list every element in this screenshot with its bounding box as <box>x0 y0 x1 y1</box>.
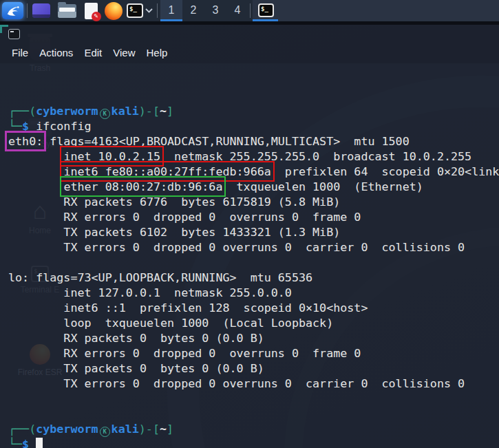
terminal-line: RX packets 0 bytes 0 (0.0 B) <box>8 330 499 345</box>
terminal-line: ┌──(cyberwormKkali)-[~] <box>8 421 499 436</box>
terminal-icon: $_ <box>258 3 274 17</box>
terminal-window: File Actions Edit View Help ┌──(cyberwor… <box>0 25 499 448</box>
menu-edit[interactable]: Edit <box>78 43 107 63</box>
launcher-dropdown-button[interactable] <box>143 2 154 19</box>
firefox-launcher[interactable] <box>103 2 124 19</box>
terminal-tab-icon <box>8 29 20 39</box>
menu-view[interactable]: View <box>107 43 140 63</box>
kali-dragon-icon <box>6 3 21 19</box>
window-thumbnail-icon <box>32 3 50 18</box>
window-titlebar[interactable] <box>0 25 499 43</box>
workspace-1[interactable]: 1 <box>160 0 182 21</box>
terminal-line: inet6 ::1 prefixlen 128 scopeid 0×10<hos… <box>8 300 499 315</box>
kali-menu-button[interactable] <box>2 2 23 19</box>
taskbar-separator <box>250 3 251 18</box>
terminal-task-button[interactable]: $_ <box>253 0 499 21</box>
terminal-line <box>8 255 499 270</box>
menu-file[interactable]: File <box>6 43 34 63</box>
workspace-2[interactable]: 2 <box>182 0 204 21</box>
terminal-launcher[interactable]: $_ <box>125 2 145 19</box>
taskbar-separator <box>27 3 28 18</box>
desktop-screen: Trash File Sys ⌂ Home $_ Terminal E Fire… <box>0 0 499 448</box>
terminal-line: TX packets 0 bytes 0 (0.0 B) <box>8 361 499 376</box>
terminal-line <box>8 391 499 406</box>
terminal-line: └─$ ifconfig <box>8 118 499 134</box>
terminal-line: RX errors 0 dropped 0 overruns 0 frame 0 <box>8 209 499 224</box>
workspace-4[interactable]: 4 <box>226 0 248 21</box>
chevron-down-icon <box>145 8 153 13</box>
terminal-line: ether 08:00:27:db:96:6a txqueuelen 1000 … <box>8 179 499 194</box>
document-icon: ✎ <box>85 3 98 19</box>
menu-bar: File Actions Edit View Help <box>0 43 499 63</box>
file-manager-launcher[interactable] <box>56 2 77 19</box>
terminal-line: TX errors 0 dropped 0 overruns 0 carrier… <box>8 376 499 391</box>
terminal-line: inet 10.0.2.15 netmask 255.255.255.0 bro… <box>8 149 499 164</box>
terminal-line: TX packets 6102 bytes 1433321 (1.3 MiB) <box>8 224 499 239</box>
terminal-line: RX errors 0 dropped 0 overruns 0 frame 0 <box>8 345 499 361</box>
terminal-line: loop txqueuelen 1000 (Local Loopback) <box>8 315 499 330</box>
pager-window-button[interactable] <box>32 2 51 19</box>
terminal-screen[interactable]: ┌──(cyberwormKkali)-[~]└─$ ifconfigeth0:… <box>0 63 499 448</box>
terminal-line <box>8 406 499 421</box>
menu-actions[interactable]: Actions <box>34 43 78 63</box>
terminal-line: RX packets 6776 bytes 6175819 (5.8 MiB) <box>8 194 499 209</box>
terminal-icon: $_ <box>127 3 143 18</box>
edit-badge-icon: ✎ <box>92 12 101 21</box>
menu-help[interactable]: Help <box>140 43 173 63</box>
terminal-line: inet 127.0.0.1 netmask 255.0.0.0 <box>8 285 499 300</box>
terminal-line: inet6 fe80::a00:27ff:fedb:966a prefixlen… <box>8 164 499 179</box>
terminal-line: lo: flags=73<UP,LOOPBACK,RUNNING> mtu 65… <box>8 270 499 285</box>
document-editor-launcher[interactable]: ✎ <box>81 2 100 19</box>
terminal-line: ┌──(cyberwormKkali)-[~] <box>8 103 499 118</box>
terminal-line: TX errors 0 dropped 0 overruns 0 carrier… <box>8 239 499 255</box>
workspace-3[interactable]: 3 <box>204 0 226 21</box>
taskbar: ✎ $_ 1 2 3 4 $_ <box>0 0 499 21</box>
firefox-icon <box>105 2 123 20</box>
folder-icon <box>58 4 76 18</box>
terminal-line: eth0: flags=4163<UP,BROADCAST,RUNNING,MU… <box>8 134 499 149</box>
taskbar-separator <box>157 3 158 18</box>
terminal-line: └─$ <box>8 436 499 448</box>
terminal-output: ┌──(cyberwormKkali)-[~]└─$ ifconfigeth0:… <box>8 103 499 448</box>
